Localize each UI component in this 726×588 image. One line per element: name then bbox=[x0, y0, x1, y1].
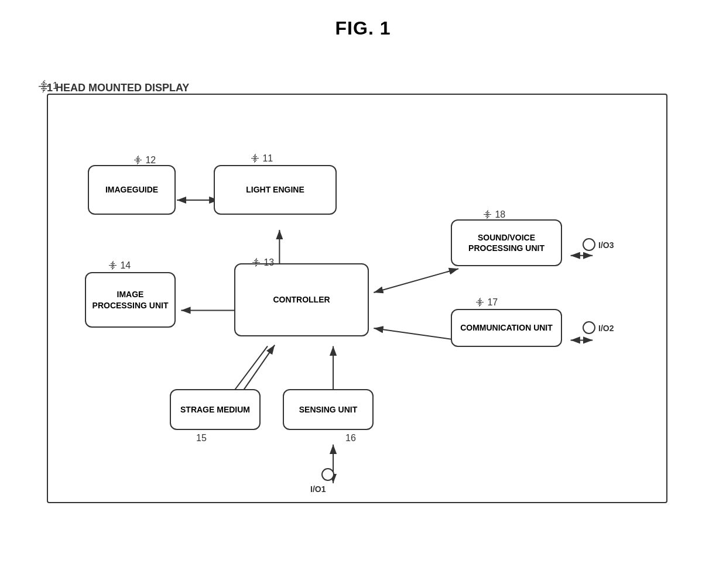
controller-box: CONTROLLER bbox=[234, 263, 369, 336]
outer-box-label: 1 HEAD MOUNTED DISPLAY bbox=[47, 82, 189, 94]
controller-label: CONTROLLER bbox=[273, 294, 330, 305]
label-12: ⸎ 12 bbox=[133, 155, 156, 166]
io3-label: I/O3 bbox=[598, 240, 614, 250]
label-17: ⸎ 17 bbox=[475, 297, 498, 308]
label-11: ⸎ 11 bbox=[251, 153, 273, 164]
page-title: FIG. 1 bbox=[0, 18, 726, 39]
label-16: 16 bbox=[345, 433, 356, 443]
io1-label: I/O1 bbox=[310, 484, 326, 494]
label-18: ⸎ 18 bbox=[483, 209, 505, 220]
communication-unit-label: COMMUNICATION UNIT bbox=[460, 322, 553, 333]
strage-medium-box: STRAGE MEDIUM bbox=[170, 389, 261, 430]
label-1: 1 bbox=[53, 81, 58, 91]
sound-voice-box: SOUND/VOICE PROCESSING UNIT bbox=[451, 219, 562, 266]
image-processing-label: IMAGE PROCESSING UNIT bbox=[91, 289, 170, 310]
io3-circle bbox=[583, 238, 595, 251]
label-13: ⸎ 13 bbox=[252, 257, 274, 268]
io1-circle bbox=[321, 468, 334, 481]
label-14: ⸎ 14 bbox=[108, 260, 131, 271]
imageguide-box: IMAGEGUIDE bbox=[88, 165, 176, 215]
sensing-unit-label: SENSING UNIT bbox=[299, 404, 358, 415]
communication-unit-box: COMMUNICATION UNIT bbox=[451, 309, 562, 347]
imageguide-label: IMAGEGUIDE bbox=[105, 184, 158, 195]
diagram: ⸎ 1 HEAD MOUNTED DISPLAY bbox=[47, 64, 679, 527]
light-engine-label: LIGHT ENGINE bbox=[246, 184, 304, 195]
io2-label: I/O2 bbox=[598, 324, 614, 333]
sensing-unit-box: SENSING UNIT bbox=[283, 389, 374, 430]
strage-medium-label: STRAGE MEDIUM bbox=[180, 404, 250, 415]
label-15: 15 bbox=[196, 433, 207, 443]
io2-circle bbox=[583, 321, 595, 334]
sound-voice-label: SOUND/VOICE PROCESSING UNIT bbox=[457, 232, 556, 253]
light-engine-box: LIGHT ENGINE bbox=[214, 165, 337, 215]
image-processing-box: IMAGE PROCESSING UNIT bbox=[85, 272, 176, 328]
